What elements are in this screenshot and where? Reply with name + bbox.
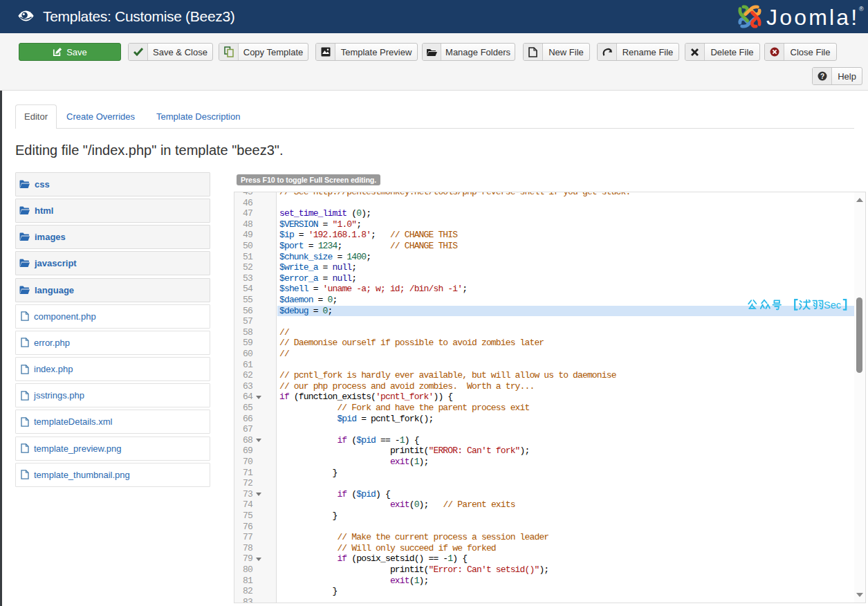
- svg-text:Sec: Sec: [824, 300, 841, 311]
- svg-text:?: ?: [820, 73, 824, 80]
